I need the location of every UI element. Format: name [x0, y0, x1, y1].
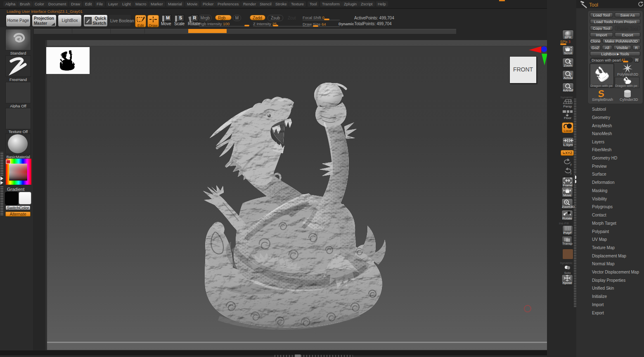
svg-text::1: :1 [569, 72, 572, 75]
svg-text:z: z [570, 171, 572, 175]
svg-text:y: y [570, 162, 572, 166]
